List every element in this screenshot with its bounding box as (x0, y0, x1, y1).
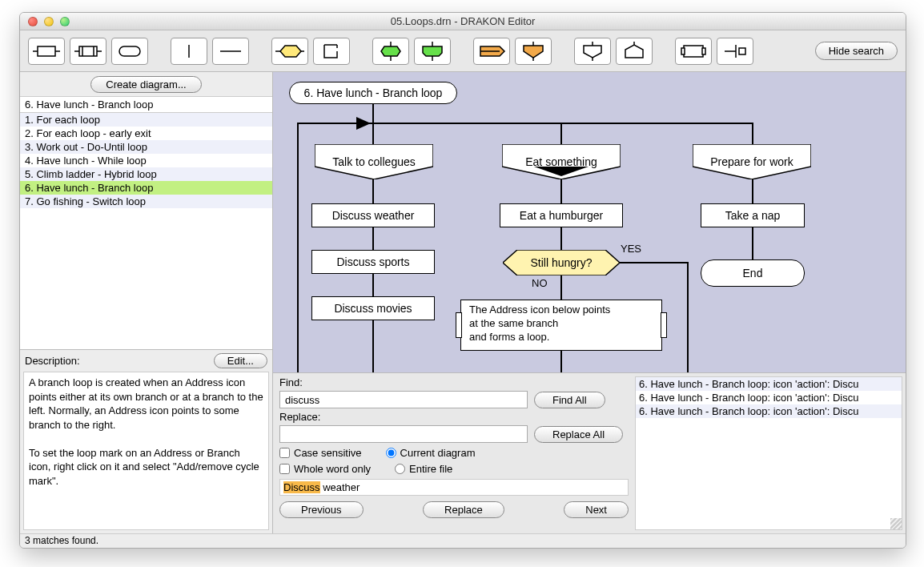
list-item[interactable]: 5. Climb ladder - Hybrid loop (20, 167, 272, 181)
tool-insertion-icon[interactable] (70, 38, 106, 65)
whole-word-checkbox[interactable]: Whole word only (279, 463, 371, 475)
replace-button[interactable]: Replace (423, 501, 504, 518)
list-item-selected[interactable]: 6. Have lunch - Branch loop (20, 181, 272, 195)
description-label: Description: (25, 355, 80, 367)
close-icon[interactable] (28, 17, 38, 26)
edit-description-button[interactable]: Edit... (214, 353, 267, 368)
next-button[interactable]: Next (564, 501, 629, 518)
svg-rect-34 (702, 48, 705, 54)
tool-if-icon[interactable] (271, 38, 308, 65)
hide-search-button[interactable]: Hide search (815, 42, 898, 60)
traffic-lights (28, 17, 70, 26)
svg-rect-37 (739, 48, 745, 54)
previous-button[interactable]: Previous (279, 501, 364, 518)
branch-header[interactable]: Talk to collegues (315, 144, 433, 179)
match-preview: Discuss weather (279, 479, 629, 496)
current-diagram-radio[interactable]: Current diagram (386, 447, 476, 459)
svg-rect-32 (684, 46, 703, 57)
no-label: NO (532, 277, 548, 289)
action-node[interactable]: Discuss weather (311, 203, 435, 227)
status-text: 3 matches found. (25, 535, 98, 546)
window: 05.Loops.drn - DRAKON Editor (19, 12, 906, 549)
tool-case-orange-icon[interactable] (515, 38, 552, 65)
replace-input[interactable] (279, 425, 528, 443)
window-title: 05.Loops.drn - DRAKON Editor (20, 15, 906, 27)
tool-address-icon[interactable] (616, 38, 653, 65)
list-item[interactable]: 2. For each loop - early exit (20, 127, 272, 140)
description-text: A branch loop is created when an Address… (23, 372, 269, 530)
status-bar: 3 matches found. (20, 533, 906, 548)
end-node[interactable]: End (701, 259, 805, 287)
action-node[interactable]: Eat a humburger (500, 203, 623, 227)
replace-all-button[interactable]: Replace All (534, 426, 623, 443)
diagram-list[interactable]: 1. For each loop 2. For each loop - earl… (20, 113, 272, 350)
tool-loopstart-green-icon[interactable] (372, 38, 409, 65)
svg-marker-19 (423, 46, 442, 56)
tool-comment-icon[interactable] (675, 38, 712, 65)
svg-rect-8 (119, 46, 140, 56)
tool-horizontal-line-icon[interactable] (212, 38, 249, 65)
diagram-filter-input[interactable] (20, 96, 272, 113)
diagram-canvas[interactable]: 6. Have lunch - Branch loop Talk to coll… (273, 72, 906, 373)
list-item[interactable]: 3. Work out - Do-Until loop (20, 140, 272, 154)
action-node[interactable]: Discuss movies (311, 296, 435, 320)
arrow-right-icon (356, 117, 371, 130)
search-controls: Find: Find All Replace: Replace All Case… (273, 373, 635, 533)
svg-marker-16 (381, 46, 400, 56)
minimize-icon[interactable] (44, 17, 54, 26)
tool-branch-icon[interactable] (574, 38, 611, 65)
svg-rect-33 (681, 48, 685, 54)
titlebar: 05.Loops.drn - DRAKON Editor (20, 13, 906, 30)
result-item[interactable]: 6. Have lunch - Branch loop: icon 'actio… (636, 404, 902, 418)
tool-action-icon[interactable] (28, 38, 65, 65)
list-item[interactable]: 7. Go fishing - Switch loop (20, 195, 272, 208)
search-panel: Find: Find All Replace: Replace All Case… (273, 373, 906, 533)
tool-select-icon[interactable] (313, 38, 350, 65)
comment-node[interactable]: The Address icon below points at the sam… (460, 300, 662, 351)
list-item[interactable]: 1. For each loop (20, 113, 272, 127)
tool-loopend-green-icon[interactable] (414, 38, 451, 65)
search-results[interactable]: 6. Have lunch - Branch loop: icon 'actio… (635, 376, 902, 530)
result-item[interactable]: 6. Have lunch - Branch loop: icon 'actio… (636, 377, 902, 391)
action-node[interactable]: Discuss sports (311, 250, 435, 274)
tool-shelf-orange-icon[interactable] (473, 38, 510, 65)
zoom-icon[interactable] (60, 17, 70, 26)
create-diagram-button[interactable]: Create diagram... (90, 76, 201, 93)
resize-grip-icon[interactable] (890, 518, 902, 529)
toolbar: Hide search (20, 30, 906, 72)
svg-marker-30 (625, 45, 643, 58)
replace-label: Replace: (279, 411, 629, 423)
find-all-button[interactable]: Find All (534, 392, 605, 408)
find-label: Find: (279, 376, 629, 388)
tool-rounded-icon[interactable] (111, 38, 148, 65)
tool-vertical-line-icon[interactable] (171, 38, 207, 65)
tool-connector-icon[interactable] (717, 38, 753, 65)
result-item[interactable]: 6. Have lunch - Branch loop: icon 'actio… (636, 391, 902, 404)
left-panel: Create diagram... 1. For each loop 2. Fo… (20, 72, 273, 533)
branch-header[interactable]: Prepare for work (693, 144, 811, 179)
main: Create diagram... 1. For each loop 2. Fo… (20, 72, 906, 533)
case-sensitive-checkbox[interactable]: Case sensitive (279, 447, 362, 459)
yes-label: YES (621, 243, 641, 255)
diagram-title-node[interactable]: 6. Have lunch - Branch loop (289, 82, 457, 104)
description-header: Description: Edit... (20, 350, 272, 372)
find-input[interactable] (279, 391, 528, 408)
svg-marker-11 (280, 46, 301, 57)
if-node[interactable]: Still hungry? (503, 250, 620, 275)
right-panel: 6. Have lunch - Branch loop Talk to coll… (273, 72, 906, 533)
action-node[interactable]: Take a nap (701, 203, 805, 227)
list-item[interactable]: 4. Have lunch - While loop (20, 154, 272, 167)
branch-header[interactable]: Eat something (502, 144, 621, 179)
entire-file-radio[interactable]: Entire file (395, 463, 452, 475)
svg-rect-0 (38, 46, 55, 56)
svg-marker-24 (524, 46, 543, 58)
svg-marker-38 (356, 117, 371, 130)
svg-marker-27 (584, 46, 601, 58)
